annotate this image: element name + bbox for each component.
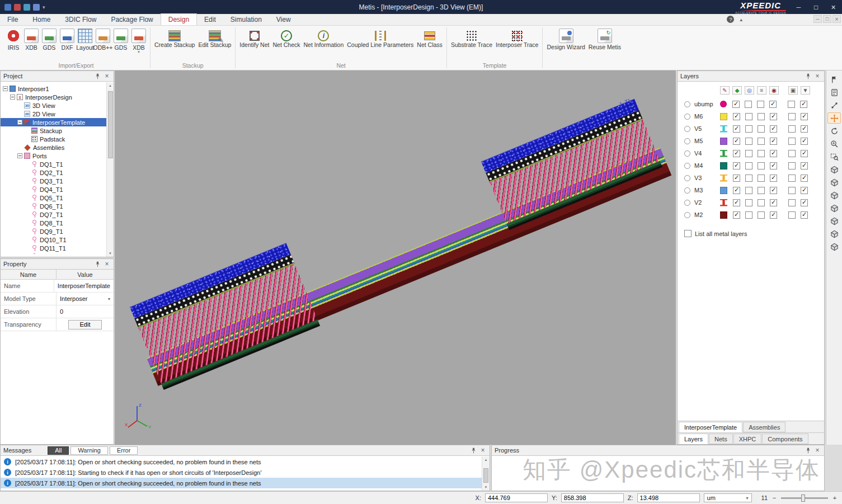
layer-radio[interactable] [684, 101, 690, 107]
progress-close-icon[interactable] [813, 446, 821, 454]
message-row[interactable]: [2025/03/17 17:08:11]: Starting to check… [1, 467, 482, 478]
open-icon[interactable] [23, 4, 30, 11]
layer-checkbox[interactable] [788, 162, 796, 169]
x-coordinate-input[interactable] [485, 493, 548, 502]
layer-checkbox[interactable] [788, 199, 796, 206]
tree-item[interactable]: InterposerDesign [1, 93, 114, 101]
select-flag-icon[interactable] [827, 74, 841, 85]
layer-checkbox[interactable] [758, 187, 765, 194]
layer-color-swatch[interactable] [720, 101, 727, 107]
project-close-icon[interactable] [103, 72, 111, 80]
layer-checkbox[interactable] [770, 199, 777, 206]
view-right-icon[interactable] [827, 215, 841, 227]
tree-item[interactable]: DQ1_T1 [1, 160, 114, 168]
menu-item[interactable]: View [269, 13, 298, 25]
layer-color-swatch[interactable] [720, 211, 727, 219]
pan-icon[interactable] [827, 112, 841, 124]
doc-restore-button[interactable] [823, 15, 831, 23]
edit-layer-icon[interactable]: ✎ [720, 86, 730, 95]
scroll-down-icon[interactable] [484, 484, 488, 491]
layer-checkbox[interactable] [801, 125, 808, 133]
layer-checkbox[interactable] [758, 138, 765, 145]
tree-item[interactable]: 3D View [1, 101, 114, 110]
tree-item[interactable]: DQ3_T1 [1, 177, 114, 185]
layer-checkbox[interactable] [758, 199, 765, 206]
document-tab[interactable]: InterposerTemplate [679, 422, 742, 432]
property-close-icon[interactable] [103, 260, 111, 268]
property-pin-icon[interactable] [93, 260, 101, 268]
layer-color-swatch[interactable] [720, 199, 727, 206]
layer-checkbox[interactable] [745, 138, 752, 145]
layer-checkbox[interactable] [770, 211, 777, 219]
model-type-dropdown[interactable]: Interposer [57, 293, 114, 305]
tree-item[interactable]: 2D View [1, 110, 114, 118]
layer-checkbox[interactable] [758, 175, 765, 182]
layer-color-swatch[interactable] [720, 138, 727, 145]
messages-tab[interactable]: All [48, 446, 69, 455]
layer-checkbox[interactable] [788, 101, 795, 108]
layer-checkbox[interactable] [732, 101, 740, 108]
gds-export-button[interactable]: GDS [112, 27, 130, 51]
tree-item[interactable]: DQ4_T1 [1, 185, 114, 194]
layer-checkbox[interactable] [745, 211, 752, 219]
layer-radio[interactable] [684, 126, 690, 132]
panel-tab[interactable]: Layers [679, 434, 708, 444]
layer-checkbox[interactable] [788, 175, 796, 182]
tree-item[interactable]: DQ11_T1 [1, 244, 114, 252]
layer-checkbox[interactable] [788, 150, 796, 157]
layer-checkbox[interactable] [788, 125, 796, 133]
layer-checkbox[interactable] [788, 211, 796, 219]
layer-checkbox[interactable] [733, 162, 740, 169]
tree-item[interactable]: DQ9_T1 [1, 227, 114, 235]
tree-item[interactable]: DQ2_T1 [1, 168, 114, 177]
view-front-icon[interactable] [827, 177, 841, 188]
layers-pin-icon[interactable] [804, 72, 812, 80]
menu-item[interactable]: Design [161, 13, 197, 25]
scrollbar-thumb[interactable] [483, 468, 488, 483]
layer-radio[interactable] [684, 175, 690, 181]
compare-icon[interactable]: ▣ [788, 86, 798, 95]
identify-net-button[interactable]: Identify Net [238, 27, 271, 54]
minimize-button[interactable] [790, 0, 807, 14]
net-information-button[interactable]: Net Information [302, 27, 345, 54]
transparency-edit-button[interactable]: Edit [68, 320, 102, 329]
z-coordinate-input[interactable] [637, 493, 700, 502]
hide-icon[interactable]: ◉ [769, 86, 779, 95]
layer-checkbox[interactable] [770, 187, 777, 194]
message-row[interactable]: [2025/03/17 17:08:11]: Open or short che… [1, 456, 482, 467]
menu-item[interactable]: Package Flow [104, 13, 160, 25]
layer-checkbox[interactable] [770, 125, 777, 133]
adjust-icon[interactable]: ≡ [757, 86, 766, 95]
messages-pin-icon[interactable] [469, 446, 477, 454]
scroll-up-icon[interactable] [109, 82, 112, 89]
help-icon[interactable] [727, 16, 734, 23]
tree-item[interactable]: DQ12_T1 [1, 252, 114, 254]
layer-checkbox[interactable] [801, 175, 808, 182]
reuse-metis-button[interactable]: Reuse Metis [587, 27, 623, 56]
layer-checkbox[interactable] [733, 187, 740, 194]
menu-item[interactable]: Home [25, 13, 58, 25]
project-scrollbar[interactable] [106, 82, 114, 257]
tree-item[interactable]: Interposer1 [1, 84, 114, 93]
layer-radio[interactable] [684, 163, 690, 169]
layer-radio[interactable] [684, 150, 690, 157]
tree-item[interactable]: Stackup [1, 126, 114, 135]
layer-checkbox[interactable] [801, 199, 808, 206]
layer-checkbox[interactable] [770, 150, 777, 157]
properties-icon[interactable] [827, 87, 841, 98]
messages-tab[interactable]: Error [110, 446, 138, 455]
layers-close-icon[interactable] [813, 72, 821, 80]
layer-radio[interactable] [684, 212, 690, 218]
unit-dropdown[interactable]: um [704, 493, 752, 502]
layer-checkbox[interactable] [733, 138, 740, 145]
layer-checkbox[interactable] [788, 113, 796, 120]
layer-checkbox[interactable] [733, 150, 740, 157]
layer-checkbox[interactable] [745, 101, 752, 108]
ribbon-collapse-icon[interactable] [740, 17, 742, 22]
layer-radio[interactable] [684, 200, 690, 206]
layer-color-swatch[interactable] [720, 175, 727, 182]
layer-checkbox[interactable] [745, 150, 752, 157]
layer-checkbox[interactable] [733, 125, 740, 133]
tree-item[interactable]: DQ10_T1 [1, 235, 114, 244]
layer-checkbox[interactable] [745, 187, 752, 194]
